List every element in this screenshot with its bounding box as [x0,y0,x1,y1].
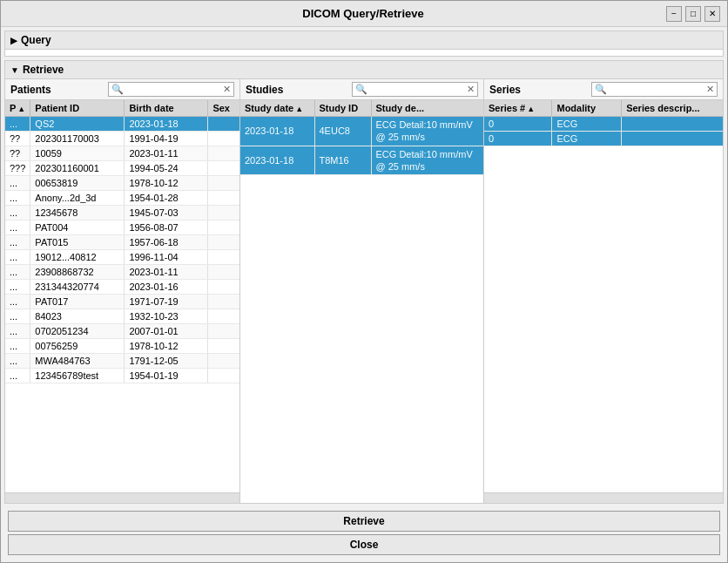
series-search-icon: 🔍 [595,84,607,95]
cell-sex [208,295,239,309]
main-window: DICOM Query/Retrieve − □ ✕ ▶ Query ▼ Ret… [0,0,728,563]
table-row[interactable]: ... 231344320774 2023-01-16 [5,280,239,295]
studies-table: Study date▲ Study ID Study de... 2023-01… [240,100,483,175]
patients-col-sex[interactable]: Sex [208,100,239,117]
cell-birth-date: 1791-12-05 [125,354,208,369]
studies-search-box[interactable]: 🔍 ✕ [352,82,478,97]
table-row[interactable]: ... 19012...40812 1996-11-04 [5,250,239,265]
cell-patient-id: MWA484763 [30,354,125,369]
cell-modality: ECG [552,117,622,132]
retrieve-section-header[interactable]: ▼ Retrieve [5,61,723,79]
table-row[interactable]: ... QS2 2023-01-18 [5,117,239,132]
cell-series-desc [622,117,723,132]
table-row[interactable]: ?? 10059 2023-01-11 [5,146,239,161]
table-row[interactable]: ... PAT004 1956-08-07 [5,220,239,235]
close-button-footer[interactable]: Close [8,534,720,555]
table-row[interactable]: ... PAT017 1971-07-19 [5,295,239,309]
table-row[interactable]: 0 ECG [484,117,723,132]
retrieve-button[interactable]: Retrieve [8,511,720,532]
table-row[interactable]: 2023-01-18 4EUC8 ECG Detail:10 mm/mV @ 2… [240,117,483,146]
table-row[interactable]: ??? 202301160001 1994-05-24 [5,161,239,176]
cell-sex [208,206,239,220]
cell-patient-id: 202301160001 [30,161,125,176]
cell-patient-id: 10059 [30,146,125,161]
cell-birth-date: 1954-01-19 [125,369,208,383]
table-row[interactable]: ... 0702051234 2007-01-01 [5,324,239,339]
query-section-header[interactable]: ▶ Query [5,31,723,50]
table-row[interactable]: ... 23908868732 2023-01-11 [5,265,239,280]
window-controls: − □ ✕ [666,6,720,22]
studies-col-date[interactable]: Study date▲ [240,100,314,117]
cell-birth-date: 2007-01-01 [125,324,208,339]
retrieve-toggle-icon[interactable]: ▼ [10,65,19,75]
cell-patient-id: PAT017 [30,295,125,309]
cell-series-num: 0 [484,132,552,146]
table-row[interactable]: ... 123456789test 1954-01-19 [5,369,239,383]
series-panel-title: Series [489,84,521,96]
table-row[interactable]: ... PAT015 1957-06-18 [5,235,239,250]
series-col-num[interactable]: Series #▲ [484,100,552,117]
cell-p: ... [5,339,30,354]
cell-sex [208,220,239,235]
title-bar: DICOM Query/Retrieve − □ ✕ [1,1,727,27]
table-row[interactable]: ... MWA484763 1791-12-05 [5,354,239,369]
studies-col-desc[interactable]: Study de... [371,100,483,117]
cell-p: ... [5,309,30,324]
cell-patient-id: 19012...40812 [30,250,125,265]
table-row[interactable]: ... 00653819 1978-10-12 [5,176,239,191]
cell-p: ... [5,220,30,235]
patients-col-bdate[interactable]: Birth date [125,100,208,117]
series-search-input[interactable] [609,85,704,95]
cell-series-desc [622,132,723,146]
series-table: Series #▲ Modality Series descrip... 0 E… [484,100,723,146]
series-search-box[interactable]: 🔍 ✕ [591,82,718,97]
cell-birth-date: 1994-05-24 [125,161,208,176]
series-search-clear[interactable]: ✕ [706,84,714,95]
patients-search-input[interactable] [125,85,221,95]
cell-modality: ECG [552,132,622,146]
cell-patient-id: 0702051234 [30,324,125,339]
series-col-modality[interactable]: Modality [552,100,622,117]
studies-search-clear[interactable]: ✕ [467,84,475,95]
studies-search-input[interactable] [369,85,465,95]
patients-search-icon: 🔍 [111,84,124,95]
patients-search-clear[interactable]: ✕ [223,84,231,95]
studies-col-id[interactable]: Study ID [314,100,371,117]
studies-search-icon: 🔍 [355,84,367,95]
series-panel-header: Series 🔍 ✕ [484,79,723,100]
patients-col-pid[interactable]: Patient ID [30,100,125,117]
cell-sex [208,324,239,339]
series-panel: Series 🔍 ✕ Series #▲ Modali [484,79,723,503]
patients-scrollbar-h[interactable] [5,492,239,503]
table-row[interactable]: ... 84023 1932-10-23 [5,309,239,324]
series-col-desc[interactable]: Series descrip... [622,100,723,117]
cell-birth-date: 1991-04-19 [125,132,208,146]
cell-sex [208,176,239,191]
table-row[interactable]: ... 12345678 1945-07-03 [5,206,239,220]
cell-birth-date: 1971-07-19 [125,295,208,309]
maximize-button[interactable]: □ [685,6,701,22]
table-row[interactable]: 0 ECG [484,132,723,146]
table-row[interactable]: 2023-01-18 T8M16 ECG Detail:10 mm/mV @ 2… [240,146,483,175]
close-button[interactable]: ✕ [704,6,720,22]
query-section-label: Query [21,34,51,46]
patients-search-box[interactable]: 🔍 ✕ [108,82,234,97]
cell-p: ... [5,176,30,191]
cell-patient-id: QS2 [30,117,125,132]
minimize-button[interactable]: − [666,6,682,22]
cell-p: ... [5,250,30,265]
cell-birth-date: 2023-01-18 [125,117,208,132]
cell-study-date: 2023-01-18 [240,146,314,175]
table-row[interactable]: ... Anony...2d_3d 1954-01-28 [5,191,239,206]
table-row[interactable]: ... 00756259 1978-10-12 [5,339,239,354]
cell-patient-id: 231344320774 [30,280,125,295]
patients-col-p[interactable]: P▲ [5,100,30,117]
cell-sex [208,132,239,146]
cell-birth-date: 2023-01-11 [125,146,208,161]
query-toggle-icon[interactable]: ▶ [10,36,17,45]
cell-p: ... [5,354,30,369]
series-scrollbar-h[interactable] [484,492,723,503]
cell-sex [208,250,239,265]
cell-patient-id: PAT004 [30,220,125,235]
table-row[interactable]: ?? 202301170003 1991-04-19 [5,132,239,146]
